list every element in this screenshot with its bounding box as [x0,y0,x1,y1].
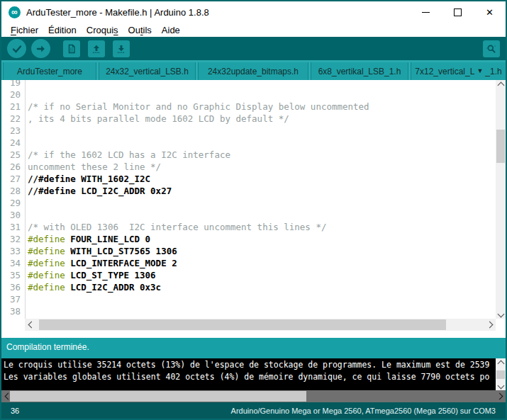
status-message-bar: Compilation terminée. [1,338,506,358]
console-text: Le croquis utilise 35214 octets (13%) de… [4,359,494,390]
arduino-ide-window: ∞ ArduTester_more - Makefile.h | Arduino… [0,0,507,420]
console-vertical-scrollbar-thumb[interactable] [496,370,505,379]
menu-item-dition[interactable]: Édition [43,25,82,35]
current-line-indicator: 36 [11,407,19,415]
menu-item-outils[interactable]: Outils [123,25,157,35]
line-number: 37 [1,293,21,305]
code-line: 37 [1,293,496,305]
line-number: 34 [1,257,21,269]
status-message: Compilation terminée. [6,342,89,352]
line-number: 36 [1,281,21,293]
footer-status-bar: 36 Arduino/Genuino Mega or Mega 2560, AT… [1,402,506,419]
line-number: 22 [1,113,21,125]
arrow-down-icon [116,43,127,55]
editor-horizontal-scrollbar[interactable] [25,319,496,331]
upload-button[interactable] [31,39,50,58]
code-line: 31/* with OLED 1306 I2C interface uncomm… [1,221,496,233]
console-horizontal-scrollbar[interactable] [1,390,506,402]
console-scroll-right-arrow-icon[interactable] [494,391,504,401]
code-line: 19 [1,80,496,89]
code-line: 30 [1,209,496,221]
line-number: 20 [1,89,21,101]
maximize-button[interactable] [442,1,474,23]
code-line: 25/* if the 1602 LCD has a I2C interface [1,149,496,161]
code-line: 20 [1,89,496,101]
line-number: 29 [1,197,21,209]
line-number: 31 [1,221,21,233]
line-number: 21 [1,101,21,113]
code-line: 34#define LCD_INTERFACE_MODE 2 [1,257,496,269]
open-button[interactable] [88,40,105,57]
line-number: 25 [1,149,21,161]
editor-vertical-scrollbar-thumb[interactable] [496,130,505,163]
line-number: 23 [1,125,21,137]
line-number: 32 [1,233,21,245]
save-button[interactable] [113,40,130,57]
scroll-up-arrow-icon[interactable] [496,80,506,90]
minimize-icon [422,12,430,13]
maximize-icon [454,8,462,16]
line-number: 38 [1,305,21,317]
code-editor[interactable]: 192021/* if no Serial Monitor and no Gra… [1,80,496,319]
code-line: 29 [1,197,496,209]
tab-ardutester-more[interactable]: ArduTester_more [3,62,96,80]
code-line: 38 [1,305,496,317]
arrow-right-icon [35,43,47,55]
code-line: 28//#define LCD_I2C_ADDR 0x27 [1,185,496,197]
minimize-button[interactable] [410,1,442,23]
tab-7x12-vertical-lsb-1-h[interactable]: 7x12_vertical_L▼_1.h [411,62,506,80]
tab-list-dropdown-icon[interactable]: ▼ [477,68,483,74]
board-port-info: Arduino/Genuino Mega or Mega 2560, ATmeg… [231,407,496,415]
editor-area: 192021/* if no Serial Monitor and no Gra… [1,80,506,331]
menu-item-aide[interactable]: Aide [157,25,185,35]
window-title: ArduTester_more - Makefile.h | Arduino 1… [26,7,209,18]
title-bar: ∞ ArduTester_more - Makefile.h | Arduino… [1,1,506,23]
code-line: 27//#define WITH_1602_I2C [1,173,496,185]
editor-horizontal-scrollbar-thumb[interactable] [39,319,446,330]
editor-vertical-scrollbar[interactable] [496,80,506,319]
line-number: 19 [1,80,21,89]
verify-button[interactable] [7,39,26,58]
code-line: 35#define LCD_ST_TYPE 1306 [1,269,496,281]
close-button[interactable]: ✕ [474,1,506,23]
code-line: 21/* if no Serial Monitor and no Graphic… [1,101,496,113]
console-output: Le croquis utilise 35214 octets (13%) de… [1,358,506,390]
arrow-up-icon [91,43,102,55]
console-scroll-up-arrow-icon[interactable] [496,358,506,368]
serial-monitor-button[interactable] [483,40,500,57]
line-number: 27 [1,173,21,185]
menu-item-fichier[interactable]: Fichier [6,25,43,35]
window-controls: ✕ [410,1,506,23]
new-sketch-button[interactable] [63,40,80,57]
magnifier-icon [486,43,497,55]
tab-24x32update-bitmaps-h[interactable]: 24x32update_bitmaps.h [198,62,308,80]
editor-bottom-gap [1,331,506,338]
scroll-left-arrow-icon[interactable] [26,319,36,329]
code-line: 33#define WITH_LCD_ST7565 1306 [1,245,496,257]
menu-item-croquis[interactable]: Croquis [82,25,123,35]
document-icon [66,43,77,55]
code-line: 23 [1,125,496,137]
console-vertical-scrollbar[interactable] [496,358,506,390]
line-number: 26 [1,161,21,173]
scroll-down-arrow-icon[interactable] [496,309,506,319]
code-line: 22, its 4 bits parallel mode 1602 LCD by… [1,113,496,125]
arduino-logo-icon: ∞ [9,6,21,18]
line-number: 33 [1,245,21,257]
console-scroll-down-arrow-icon[interactable] [496,380,506,390]
gutter-separator [25,80,26,319]
tab-24x32-vertical-lsb-h[interactable]: 24x32_vertical_LSB.h [99,62,196,80]
tab-6x8-vertikal-lsb-1-h[interactable]: 6x8_vertikal_LSB_1.h [311,62,408,80]
code-line: 32#define FOUR_LINE_LCD 0 [1,233,496,245]
line-number: 28 [1,185,21,197]
scroll-right-arrow-icon[interactable] [484,319,494,329]
line-number: 35 [1,269,21,281]
line-number: 24 [1,137,21,149]
toolbar [1,37,506,60]
tab-bar: ArduTester_more24x32_vertical_LSB.h24x32… [1,60,506,80]
console-horizontal-scrollbar-thumb[interactable] [10,391,306,402]
code-lines: 192021/* if no Serial Monitor and no Gra… [1,80,496,317]
line-number: 30 [1,209,21,221]
checkmark-icon [11,43,23,55]
code-line: 36#define LCD_I2C_ADDR 0x3c [1,281,496,293]
